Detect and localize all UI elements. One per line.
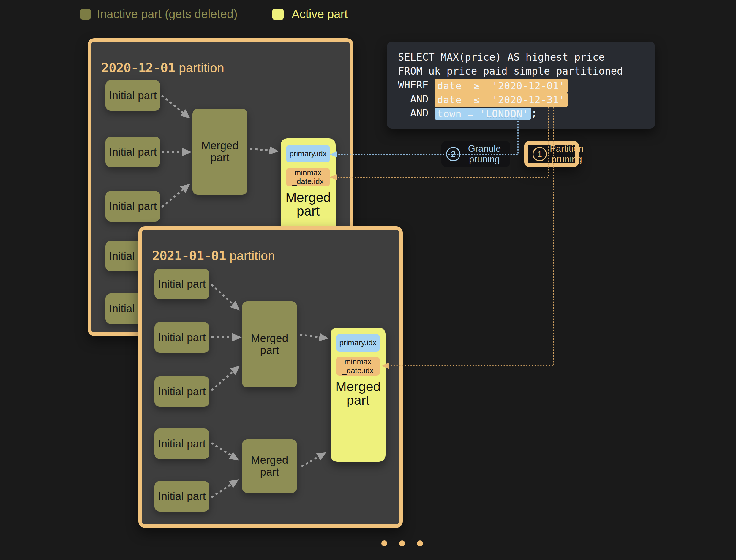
initial-part-label: Initial part [158, 491, 205, 502]
sql-line-from: FROM uk_price_paid_simple_partitioned [398, 64, 655, 78]
date-lte-highlight: date ≤ '2020-12-31' [435, 93, 568, 107]
sql-query-box: SELECT MAX(price) AS highest_price FROM … [387, 42, 655, 129]
merged-part-inactive: Merged part [242, 439, 297, 493]
sql-line-where: WHERE date ≥ '2020-12-01' [398, 78, 655, 92]
partition-2-suffix: partition [229, 249, 275, 263]
pagination-dot-1[interactable] [382, 540, 387, 546]
minmax-idx-label: minmax _date.idx [292, 168, 324, 186]
initial-part-label: Initial part [109, 200, 156, 212]
partition-1-suffix: partition [179, 61, 224, 75]
initial-part: Initial part [154, 481, 209, 512]
slide-canvas: Inactive part (gets deleted) Active part… [0, 0, 736, 560]
initial-part-label: Initial part [109, 90, 156, 102]
minmax-date-idx-chip: minmax _date.idx [336, 357, 380, 376]
initial-part-label: Initial part [158, 438, 205, 450]
initial-part: Initial part [154, 322, 209, 353]
initial-part: Initial part [105, 137, 160, 167]
inactive-part-legend-label: Inactive part (gets deleted) [97, 7, 238, 20]
initial-part-label: Initial part [109, 146, 156, 158]
merged-part-label: Merged part [242, 333, 297, 356]
initial-part: Initial part [154, 269, 209, 299]
initial-part: Initial part [154, 376, 209, 407]
active-merged-part-label: Merged part [330, 380, 386, 407]
pagination-dot-2[interactable] [399, 540, 405, 546]
sql-line-select: SELECT MAX(price) AS highest_price [398, 50, 655, 64]
active-part-legend-label: Active part [292, 7, 348, 20]
initial-part: Initial part [105, 80, 160, 111]
primary-idx-chip: primary.idx [286, 145, 330, 162]
initial-part-label: Initial part [158, 332, 205, 344]
partition-1-date: 2020-12-01 [101, 60, 175, 75]
town-highlight: town = 'LONDON' [435, 108, 531, 120]
merged-part-label: Merged part [242, 454, 297, 478]
minmax-date-idx-chip: minmax _date.idx [286, 168, 330, 186]
initial-part: Initial part [154, 428, 209, 459]
inactive-part-swatch [80, 9, 91, 20]
partition-1-title: 2020-12-01partition [101, 60, 224, 75]
partition-pruning-label: Partitionpruning [550, 143, 584, 165]
primary-idx-label: primary.idx [289, 149, 326, 158]
partition-2-date: 2021-01-01 [152, 248, 226, 263]
merged-part-inactive: Merged part [242, 301, 297, 387]
partition-pruning-badge: 1 Partitionpruning [524, 141, 579, 167]
active-merged-part-2021: primary.idx minmax _date.idx Merged part [330, 328, 386, 462]
initial-part: Initial part [105, 191, 160, 222]
sql-line-and-town: AND town = 'LONDON'; [398, 106, 655, 120]
merged-part-label: Merged part [192, 140, 247, 163]
primary-idx-chip: primary.idx [336, 334, 380, 352]
initial-part-label: Initial part [158, 386, 205, 398]
date-gte-highlight: date ≥ '2020-12-01' [435, 79, 568, 93]
merged-part-inactive: Merged part [192, 109, 247, 195]
granule-pruning-label: Granulepruning [463, 143, 506, 165]
partition-2-title: 2021-01-01partition [152, 248, 275, 263]
pagination-dot-3[interactable] [417, 540, 423, 546]
minmax-idx-label: minmax _date.idx [342, 357, 374, 375]
active-part-swatch [272, 9, 284, 20]
granule-pruning-number: 2 [446, 147, 460, 161]
active-merged-part-label: Merged part [281, 191, 335, 218]
initial-part-label: Initial part [158, 278, 205, 290]
primary-idx-label: primary.idx [339, 338, 376, 347]
partition-pruning-number: 1 [533, 147, 547, 161]
granule-pruning-badge: 2 Granulepruning [441, 141, 510, 167]
sql-line-and-date: AND date ≤ '2020-12-31' [398, 92, 655, 106]
